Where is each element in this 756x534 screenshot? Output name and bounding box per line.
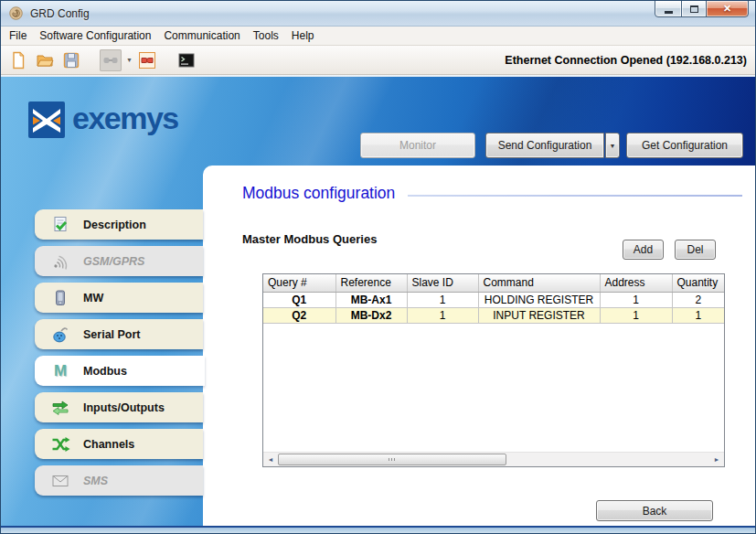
window-controls: ✕ bbox=[655, 0, 749, 17]
cell-query[interactable]: Q2 bbox=[263, 307, 335, 323]
connect-dropdown-arrow[interactable]: ▼ bbox=[126, 57, 133, 63]
close-icon: ✕ bbox=[723, 3, 731, 15]
connection-status: Ethernet Connection Opened (192.168.0.21… bbox=[505, 54, 747, 67]
sidebar-item-label: SMS bbox=[83, 475, 108, 487]
queries-table: Query # Reference Slave ID Command Addre… bbox=[262, 273, 725, 467]
brand-name: exemys bbox=[72, 101, 178, 136]
new-file-icon bbox=[9, 51, 27, 69]
close-button[interactable]: ✕ bbox=[706, 0, 749, 17]
menu-software-configuration[interactable]: Software Configuration bbox=[33, 27, 157, 44]
scroll-left-icon[interactable]: ◄ bbox=[263, 453, 278, 466]
sidebar-item-label: Inputs/Outputs bbox=[83, 401, 165, 414]
terminal-button[interactable] bbox=[176, 49, 197, 71]
cell-command[interactable]: HOLDING REGISTER bbox=[478, 292, 600, 307]
title-divider bbox=[408, 195, 742, 197]
sidebar-item-serial-port[interactable]: Serial Port bbox=[35, 319, 203, 349]
get-configuration-button[interactable]: Get Configuration bbox=[626, 133, 743, 158]
terminal-icon bbox=[177, 51, 196, 69]
toolbar: ▼ Ethernet Connection Opened (192.168.0.… bbox=[1, 46, 755, 75]
sidebar-item-description[interactable]: Description bbox=[35, 209, 203, 240]
send-configuration-dropdown[interactable]: ▼ bbox=[605, 133, 620, 158]
io-arrows-icon bbox=[50, 398, 70, 418]
sidebar-item-sms[interactable]: SMS bbox=[35, 465, 203, 496]
connect-button[interactable] bbox=[100, 49, 122, 71]
horizontal-scrollbar[interactable]: ◄ ► bbox=[263, 452, 724, 466]
page-title-row: Modbus configuration bbox=[242, 184, 742, 203]
minimize-button[interactable] bbox=[655, 0, 682, 17]
cell-address[interactable]: 1 bbox=[600, 307, 672, 323]
back-button[interactable]: Back bbox=[596, 500, 713, 521]
menu-file[interactable]: File bbox=[3, 27, 33, 44]
minimize-icon bbox=[665, 11, 673, 14]
scroll-right-icon[interactable]: ► bbox=[709, 453, 724, 466]
cell-reference[interactable]: MB-Ax1 bbox=[335, 292, 407, 307]
header-actions: Monitor Send Configuration ▼ Get Configu… bbox=[360, 133, 743, 158]
table-actions: Add Del bbox=[623, 240, 716, 260]
disconnect-icon bbox=[138, 51, 156, 69]
scrollbar-thumb[interactable] bbox=[278, 454, 506, 465]
main-panel: Modbus configuration Master Modbus Queri… bbox=[203, 166, 755, 526]
cell-slave-id[interactable]: 1 bbox=[407, 292, 478, 307]
title-bar[interactable]: GRD Config ✕ bbox=[1, 1, 755, 27]
window-bottom-border bbox=[1, 526, 755, 533]
content-background: exemys Monitor Send Configuration ▼ Get … bbox=[1, 77, 755, 526]
sidebar-item-label: Description bbox=[83, 219, 146, 231]
maximize-button[interactable] bbox=[681, 0, 707, 17]
col-query[interactable]: Query # bbox=[263, 274, 335, 292]
open-file-button[interactable] bbox=[34, 49, 56, 71]
chevron-down-icon: ▼ bbox=[610, 143, 616, 149]
cell-slave-id[interactable]: 1 bbox=[407, 307, 478, 323]
open-folder-icon bbox=[36, 51, 54, 69]
menu-help[interactable]: Help bbox=[285, 27, 321, 44]
app-shell-icon bbox=[8, 5, 24, 21]
sidebar-item-label: GSM/GPRS bbox=[83, 255, 144, 268]
table-row[interactable]: Q2 MB-Dx2 1 INPUT REGISTER 1 1 bbox=[263, 307, 724, 323]
cell-command[interactable]: INPUT REGISTER bbox=[478, 307, 600, 323]
save-icon bbox=[62, 51, 80, 69]
menu-communication[interactable]: Communication bbox=[157, 27, 246, 44]
brand-logo: exemys bbox=[28, 101, 178, 138]
window-title: GRD Config bbox=[30, 7, 90, 20]
signal-icon bbox=[50, 251, 70, 272]
modbus-m-icon: M bbox=[50, 361, 70, 381]
sidebar-item-modbus[interactable]: M Modbus bbox=[35, 356, 205, 386]
device-icon bbox=[50, 288, 70, 308]
sidebar-item-inputs-outputs[interactable]: Inputs/Outputs bbox=[35, 392, 203, 422]
new-file-button[interactable] bbox=[7, 49, 29, 71]
cell-address[interactable]: 1 bbox=[600, 292, 672, 307]
cell-quantity[interactable]: 2 bbox=[672, 292, 724, 307]
document-check-icon bbox=[50, 215, 70, 235]
table-row[interactable]: Q1 MB-Ax1 1 HOLDING REGISTER 1 2 bbox=[263, 292, 724, 307]
del-button[interactable]: Del bbox=[675, 240, 716, 260]
col-slave-id[interactable]: Slave ID bbox=[407, 274, 478, 292]
page-title: Modbus configuration bbox=[242, 184, 395, 203]
shuffle-icon bbox=[50, 434, 70, 454]
send-configuration-button[interactable]: Send Configuration bbox=[485, 133, 604, 158]
sidebar-item-gsm-gprs[interactable]: GSM/GPRS bbox=[35, 246, 203, 276]
sidebar-item-mw[interactable]: MW bbox=[35, 283, 203, 313]
sidebar-item-channels[interactable]: Channels bbox=[35, 429, 203, 459]
cell-query[interactable]: Q1 bbox=[263, 292, 335, 307]
col-quantity[interactable]: Quantity bbox=[672, 274, 724, 292]
save-button[interactable] bbox=[60, 49, 82, 71]
col-command[interactable]: Command bbox=[478, 274, 600, 292]
sidebar-item-label: Serial Port bbox=[83, 328, 141, 341]
menu-bar: File Software Configuration Communicatio… bbox=[1, 27, 755, 46]
serial-port-icon bbox=[50, 325, 70, 345]
cell-quantity[interactable]: 1 bbox=[672, 307, 724, 323]
sidebar-item-label: Modbus bbox=[83, 365, 127, 378]
table-header-row: Query # Reference Slave ID Command Addre… bbox=[263, 274, 724, 292]
disconnect-button[interactable] bbox=[136, 49, 158, 71]
menu-tools[interactable]: Tools bbox=[247, 27, 285, 44]
sidebar-item-label: MW bbox=[83, 292, 103, 304]
sidebar-item-label: Channels bbox=[83, 438, 134, 451]
connect-icon bbox=[101, 51, 120, 69]
section-title: Master Modbus Queries bbox=[242, 232, 377, 246]
app-window: GRD Config ✕ File Software Configuration… bbox=[0, 0, 756, 534]
col-reference[interactable]: Reference bbox=[335, 274, 407, 292]
add-button[interactable]: Add bbox=[623, 240, 664, 260]
monitor-button[interactable]: Monitor bbox=[360, 133, 475, 158]
cell-reference[interactable]: MB-Dx2 bbox=[335, 307, 407, 323]
exemys-logo-icon bbox=[28, 101, 65, 138]
col-address[interactable]: Address bbox=[600, 274, 672, 292]
